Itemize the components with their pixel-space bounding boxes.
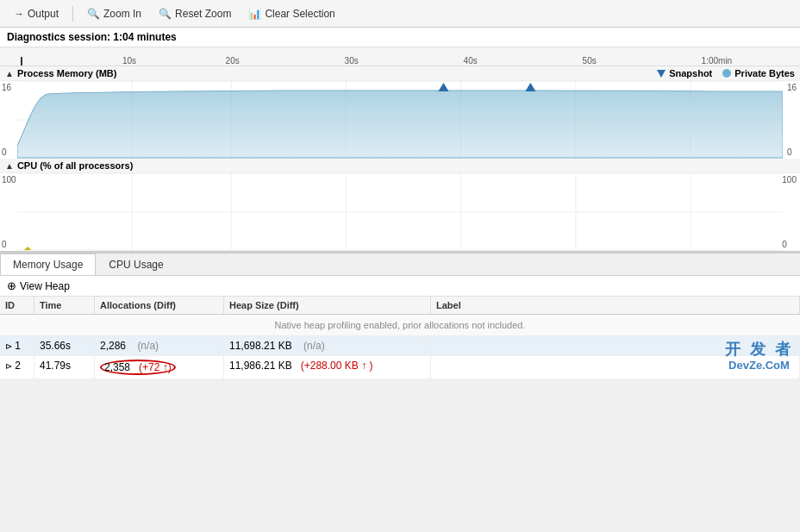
tick-30s: 30s [345, 56, 359, 66]
diagnostics-header: Diagnostics session: 1:04 minutes [0, 28, 800, 47]
tab-cpu-label: CPU Usage [109, 259, 163, 271]
process-memory-section: ▲ Process Memory (MB) Snapshot Private B… [0, 66, 800, 159]
table-header: ID Time Allocations (Diff) Heap Size (Di… [0, 297, 800, 315]
cell-row2-time: 41.79s [34, 356, 95, 379]
info-row: Native heap profiling enabled, prior all… [0, 315, 800, 336]
output-label: Output [28, 8, 59, 20]
cpu-section: ▲ CPU (% of all processors) 100 0 [0, 159, 800, 251]
row2-heap-value: 11,986.21 KB [229, 360, 292, 372]
info-text: Native heap profiling enabled, prior all… [269, 315, 530, 335]
charts-area: 10s 20s 30s 40s 50s 1:00min ▲ Process Me… [0, 47, 800, 253]
cell-row1-alloc: 2,286 (n/a) [95, 336, 224, 355]
search-icon: ⊕ [7, 279, 16, 292]
tick-10s: 10s [122, 56, 136, 66]
table-row[interactable]: ⊳ 2 41.79s 2,358 (+72 ↑) 11,986.21 KB [0, 356, 800, 379]
row2-alloc-value: 2,358 [104, 361, 130, 373]
cpu-y-max-left: 100 [2, 175, 16, 185]
cpu-y-min-left: 0 [2, 240, 16, 249]
output-button[interactable]: → Output [7, 6, 66, 22]
table-row[interactable]: ⊳ 1 35.66s 2,286 (n/a) 11,698.21 KB (n/a… [0, 336, 800, 356]
reset-zoom-icon: 🔍 [159, 8, 172, 20]
tick-1min: 1:00min [702, 56, 733, 66]
cell-row1-heap: 11,698.21 KB (n/a) [224, 336, 431, 355]
tab-memory-usage[interactable]: Memory Usage [0, 253, 96, 275]
reset-zoom-button[interactable]: 🔍 Reset Zoom [152, 6, 238, 22]
row1-arrow: ⊳ [5, 341, 12, 351]
col-header-heap: Heap Size (Diff) [224, 297, 431, 314]
toolbar: → Output 🔍 Zoom In 🔍 Reset Zoom 📊 Clear … [0, 0, 800, 28]
snapshot-icon [657, 70, 666, 78]
view-heap-row: ⊕ View Heap [0, 276, 800, 297]
row2-alloc-circled: 2,358 (+72 ↑) [100, 360, 176, 375]
row2-heap-diff: (+288.00 KB ↑ ) [301, 360, 373, 372]
view-heap-button[interactable]: ⊕ View Heap [7, 279, 70, 292]
private-bytes-legend: Private Bytes [722, 68, 795, 78]
watermark-line1: 开 发 者 [725, 341, 793, 360]
memory-y-labels-right: 16 0 [787, 81, 797, 159]
snapshot-1 [438, 83, 448, 91]
cpu-y-max-right: 100 [782, 175, 797, 185]
memory-collapse-arrow[interactable]: ▲ [5, 69, 14, 78]
tab-cpu-usage[interactable]: CPU Usage [96, 253, 176, 275]
bottom-panel: Memory Usage CPU Usage ⊕ View Heap ID Ti… [0, 253, 800, 379]
memory-y-min-right: 0 [787, 147, 797, 157]
snapshot-2 [525, 83, 535, 91]
row1-id-value: 1 [15, 340, 21, 352]
process-memory-title: ▲ Process Memory (MB) Snapshot Private B… [0, 66, 800, 81]
cell-row1-time: 35.66s [34, 336, 95, 355]
col-header-id: ID [0, 297, 34, 314]
cpu-label: CPU (% of all processors) [17, 160, 133, 171]
separator-1 [72, 6, 73, 22]
tab-memory-label: Memory Usage [13, 259, 83, 271]
view-heap-label: View Heap [20, 280, 70, 292]
zoom-in-button[interactable]: 🔍 Zoom In [80, 6, 148, 22]
cpu-collapse-arrow[interactable]: ▲ [5, 161, 14, 171]
cell-row2-alloc: 2,358 (+72 ↑) [95, 356, 224, 379]
private-bytes-icon [722, 69, 731, 78]
clear-selection-button[interactable]: 📊 Clear Selection [241, 6, 341, 22]
col-header-label: Label [431, 297, 800, 314]
tick-40s: 40s [464, 56, 478, 66]
memory-svg [17, 81, 783, 159]
row2-arrow: ⊳ [5, 361, 12, 371]
tick-50s: 50s [583, 56, 597, 66]
cpu-chart: 100 0 100 0 [0, 173, 800, 251]
snapshot-legend: Snapshot [657, 68, 712, 78]
memory-y-min-left: 0 [2, 147, 11, 157]
table-body: Native heap profiling enabled, prior all… [0, 315, 800, 379]
memory-y-max-left: 16 [2, 83, 11, 92]
col-header-alloc: Allocations (Diff) [95, 297, 224, 314]
row1-time-value: 35.66s [40, 340, 71, 352]
process-memory-chart: 16 0 [0, 81, 800, 159]
output-icon: → [14, 8, 24, 20]
cell-row2-heap: 11,986.21 KB (+288.00 KB ↑ ) [224, 356, 431, 379]
row2-id-value: 2 [15, 360, 21, 372]
row1-heap-value: 11,698.21 KB [229, 340, 292, 352]
tick-20s: 20s [226, 56, 240, 66]
cell-row2-id: ⊳ 2 [0, 356, 34, 379]
timeline-ruler: 10s 20s 30s 40s 50s 1:00min [0, 47, 800, 66]
clear-selection-label: Clear Selection [265, 8, 334, 20]
tabs-row: Memory Usage CPU Usage [0, 253, 800, 276]
reset-zoom-label: Reset Zoom [175, 8, 231, 20]
cpu-y-min-right: 0 [782, 240, 797, 249]
row1-alloc-value: 2,286 [100, 340, 126, 352]
process-memory-label: Process Memory (MB) [17, 68, 117, 78]
cpu-marker [24, 247, 31, 250]
private-bytes-label: Private Bytes [734, 68, 795, 78]
row2-alloc-diff-circled: (+72 ↑) [139, 361, 172, 373]
row1-alloc-diff: (n/a) [137, 340, 159, 352]
cell-row1-id: ⊳ 1 [0, 336, 34, 355]
cpu-y-labels-left: 100 0 [2, 173, 16, 251]
clear-selection-icon: 📊 [248, 8, 261, 20]
cpu-title: ▲ CPU (% of all processors) [0, 159, 800, 173]
row2-time-value: 41.79s [40, 360, 71, 372]
memory-y-max-right: 16 [787, 83, 797, 92]
watermark-line2: DevZe.CoM [725, 359, 793, 372]
session-label: Diagnostics session: 1:04 minutes [7, 31, 177, 43]
zoom-in-label: Zoom In [103, 8, 141, 20]
cpu-svg [17, 173, 783, 251]
row1-heap-diff: (n/a) [303, 340, 325, 352]
watermark: 开 发 者 DevZe.CoM [725, 341, 793, 372]
cpu-y-labels-right: 100 0 [782, 173, 797, 251]
